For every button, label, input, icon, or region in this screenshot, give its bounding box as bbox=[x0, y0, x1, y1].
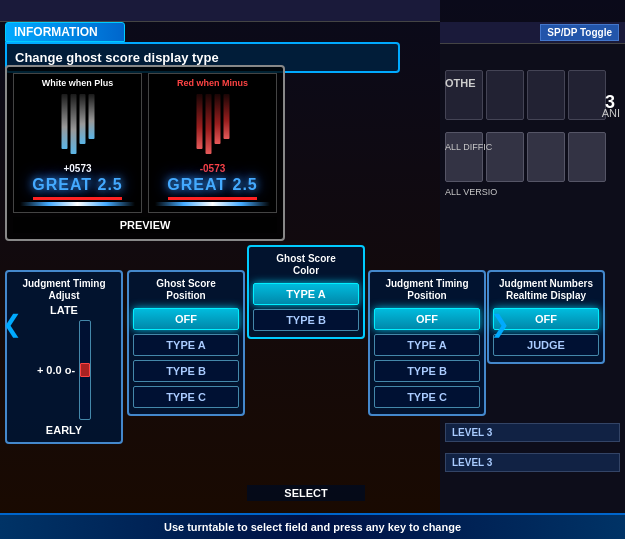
ghost-score-position-panel: Ghost ScorePosition OFF TYPE A TYPE B TY… bbox=[127, 270, 245, 416]
preview-red-minus: Red when Minus -0573 GREAT 2.5 bbox=[148, 73, 277, 213]
preview-red-minus-label: Red when Minus bbox=[149, 78, 276, 88]
preview-white-plus-label: White when Plus bbox=[14, 78, 141, 88]
slider-track[interactable] bbox=[79, 320, 91, 420]
late-label: LATE bbox=[50, 304, 78, 316]
jt-position-panel: Judgment TimingPosition OFF TYPE A TYPE … bbox=[368, 270, 486, 416]
select-label: SELECT bbox=[247, 485, 365, 501]
info-header: INFORMATION bbox=[5, 22, 125, 42]
ghost-score-color-title: Ghost ScoreColor bbox=[276, 253, 335, 277]
level-label-2: LEVEL 3 bbox=[445, 453, 620, 472]
right-btn-6 bbox=[486, 132, 524, 182]
slider-thumb bbox=[80, 363, 90, 377]
score-line-r3 bbox=[214, 94, 220, 144]
score-line-r1 bbox=[196, 94, 202, 149]
score-lines-left bbox=[61, 94, 94, 154]
bottom-bar: Use turntable to select field and press … bbox=[0, 513, 625, 539]
ghost-pos-typec-button[interactable]: TYPE C bbox=[133, 386, 239, 408]
right-btn-5 bbox=[445, 132, 483, 182]
jt-pos-off-button[interactable]: OFF bbox=[374, 308, 480, 330]
slider-area: + 0.0 o- bbox=[37, 320, 91, 420]
info-description: Change ghost score display type bbox=[15, 50, 219, 65]
preview-red-minus-great: GREAT 2.5 bbox=[167, 176, 258, 194]
preview-white-plus-score: +0573 bbox=[63, 163, 91, 174]
preview-images: White when Plus +0573 GREAT 2.5 Red when… bbox=[13, 73, 277, 213]
preview-white-plus-great: GREAT 2.5 bbox=[32, 176, 123, 194]
right-btn-7 bbox=[527, 132, 565, 182]
preview-red-minus-score: -0573 bbox=[200, 163, 226, 174]
right-buttons-row2 bbox=[445, 132, 606, 182]
ghost-pos-typea-button[interactable]: TYPE A bbox=[133, 334, 239, 356]
preview-white-plus-glow bbox=[20, 202, 134, 206]
ghost-score-color-panel: Ghost ScoreColor TYPE A TYPE B bbox=[247, 245, 365, 339]
preview-white-plus: White when Plus +0573 GREAT 2.5 bbox=[13, 73, 142, 213]
right-text-versio: ALL VERSIO bbox=[445, 187, 497, 197]
jt-adjust-title: Judgment TimingAdjust bbox=[22, 278, 105, 302]
early-label: EARLY bbox=[46, 424, 82, 436]
jt-position-title: Judgment TimingPosition bbox=[385, 278, 468, 302]
jt-pos-typec-button[interactable]: TYPE C bbox=[374, 386, 480, 408]
ghost-color-typeb-button[interactable]: TYPE B bbox=[253, 309, 359, 331]
score-line-4 bbox=[88, 94, 94, 139]
ghost-pos-typeb-button[interactable]: TYPE B bbox=[133, 360, 239, 382]
jn-realtime-title: Judgment NumbersRealtime Display bbox=[499, 278, 593, 302]
right-text-othe: OTHE bbox=[445, 77, 476, 89]
arrow-right-button[interactable]: ❯ bbox=[490, 310, 510, 338]
preview-container: White when Plus +0573 GREAT 2.5 Red when… bbox=[5, 65, 285, 241]
ghost-color-typea-button[interactable]: TYPE A bbox=[253, 283, 359, 305]
score-line-3 bbox=[79, 94, 85, 144]
arrow-left-button[interactable]: ❮ bbox=[2, 310, 22, 338]
preview-label: PREVIEW bbox=[13, 217, 277, 233]
right-text-diffic: ALL DIFFIC bbox=[445, 142, 492, 152]
right-btn-2 bbox=[486, 70, 524, 120]
top-bar bbox=[0, 0, 440, 22]
score-line-r2 bbox=[205, 94, 211, 154]
right-btn-3 bbox=[527, 70, 565, 120]
level-label-1: LEVEL 3 bbox=[445, 423, 620, 442]
slider-value: + 0.0 o- bbox=[37, 364, 75, 376]
jt-adjust-panel: Judgment TimingAdjust LATE + 0.0 o- EARL… bbox=[5, 270, 123, 444]
jt-pos-typeb-button[interactable]: TYPE B bbox=[374, 360, 480, 382]
sp-dp-bar: SP/DP Toggle bbox=[440, 22, 625, 44]
ghost-score-position-title: Ghost ScorePosition bbox=[156, 278, 215, 302]
right-text-ani: ANI bbox=[602, 107, 620, 119]
preview-red-minus-bar bbox=[168, 197, 257, 200]
preview-white-plus-bar bbox=[33, 197, 122, 200]
right-btn-8 bbox=[568, 132, 606, 182]
score-line-1 bbox=[61, 94, 67, 149]
ghost-pos-off-button[interactable]: OFF bbox=[133, 308, 239, 330]
jt-pos-typea-button[interactable]: TYPE A bbox=[374, 334, 480, 356]
score-lines-right bbox=[196, 94, 229, 154]
right-btn-4 bbox=[568, 70, 606, 120]
preview-red-minus-glow bbox=[155, 202, 269, 206]
score-line-r4 bbox=[223, 94, 229, 139]
sp-dp-toggle-button[interactable]: SP/DP Toggle bbox=[540, 24, 619, 41]
score-line-2 bbox=[70, 94, 76, 154]
bottom-text: Use turntable to select field and press … bbox=[164, 521, 461, 533]
